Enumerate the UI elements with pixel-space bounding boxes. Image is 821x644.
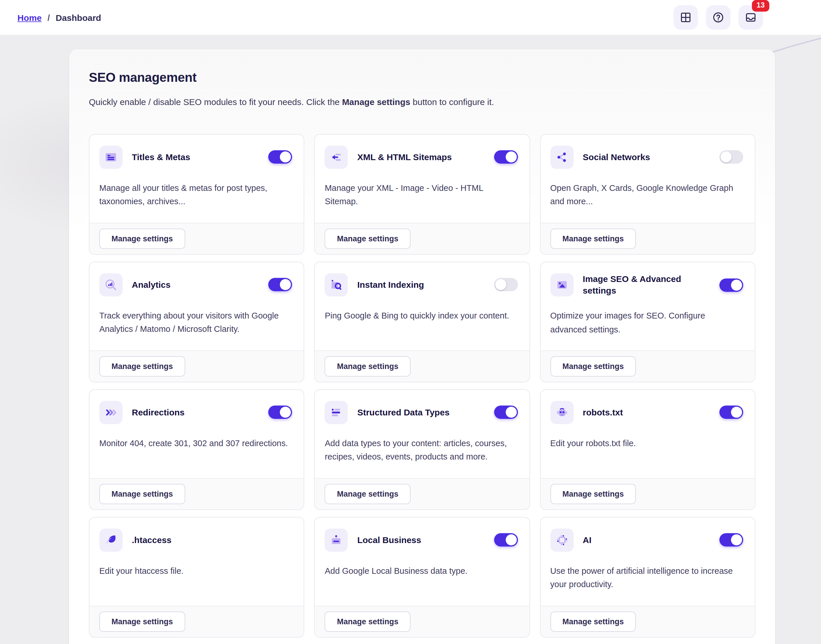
module-card-footer: Manage settings <box>540 478 755 509</box>
toggle-knob <box>506 535 517 546</box>
module-card-header: Titles & Metas <box>89 135 304 169</box>
module-icon-tile <box>325 273 348 296</box>
toggle-knob <box>280 407 291 418</box>
module-card-header: Analytics <box>89 262 304 296</box>
module-description: Add data types to your content: articles… <box>325 437 518 478</box>
ai-icon <box>555 533 569 547</box>
toggle-switch[interactable] <box>720 278 743 291</box>
apps-grid-icon <box>680 11 692 24</box>
module-title: robots.txt <box>583 406 710 418</box>
social-networks-icon <box>555 150 569 164</box>
module-card-footer: Manage settings <box>540 350 755 382</box>
module-card: Social Networks Open Graph, X Cards, Goo… <box>540 134 755 255</box>
seo-management-panel: SEO management Quickly enable / disable … <box>69 49 775 644</box>
inbox-button[interactable]: 13 <box>738 5 763 29</box>
module-title: Redirections <box>132 406 259 418</box>
module-description: Manage your XML - Image - Video - HTML S… <box>325 182 518 223</box>
htaccess-icon <box>104 533 118 547</box>
manage-settings-button[interactable]: Manage settings <box>99 228 185 249</box>
manage-settings-button[interactable]: Manage settings <box>325 484 411 504</box>
breadcrumb-separator: / <box>47 12 50 22</box>
module-card: AI Use the power of artificial intellige… <box>540 517 755 638</box>
module-icon-tile <box>550 529 573 552</box>
page-title: SEO management <box>89 70 755 85</box>
toggle-switch[interactable] <box>494 150 518 164</box>
module-description: Edit your htaccess file. <box>99 564 292 606</box>
module-title: Social Networks <box>583 151 710 163</box>
module-title: .htaccess <box>132 534 292 546</box>
toggle-switch[interactable] <box>494 278 518 291</box>
module-card-header: Instant Indexing <box>315 262 529 296</box>
image-seo-icon <box>555 278 569 292</box>
toggle-switch[interactable] <box>720 406 743 419</box>
toggle-knob <box>731 535 742 546</box>
toggle-knob <box>731 279 742 290</box>
manage-settings-button[interactable]: Manage settings <box>99 356 185 377</box>
module-card-header: Structured Data Types <box>315 390 529 424</box>
module-icon-tile <box>325 146 348 169</box>
module-card-footer: Manage settings <box>315 350 529 382</box>
module-card-footer: Manage settings <box>315 478 529 509</box>
module-card: Instant Indexing Ping Google & Bing to q… <box>314 262 530 382</box>
module-card-footer: Manage settings <box>540 606 755 637</box>
module-title: Titles & Metas <box>132 151 259 163</box>
toggle-knob <box>506 407 517 418</box>
breadcrumb-home-link[interactable]: Home <box>17 12 42 22</box>
module-card-header: robots.txt <box>540 390 755 424</box>
breadcrumb-current: Dashboard <box>56 12 101 22</box>
toggle-switch[interactable] <box>494 406 518 419</box>
redirections-icon <box>104 406 118 420</box>
module-card: XML & HTML Sitemaps Manage your XML - Im… <box>314 134 530 255</box>
local-business-icon <box>329 533 343 547</box>
module-icon-tile <box>550 273 573 296</box>
module-card-footer: Manage settings <box>315 606 529 637</box>
toggle-switch[interactable] <box>269 406 292 419</box>
apps-grid-button[interactable] <box>673 5 698 29</box>
help-button[interactable] <box>706 5 730 29</box>
module-card-footer: Manage settings <box>89 350 304 382</box>
module-icon-tile <box>325 529 348 552</box>
manage-settings-button[interactable]: Manage settings <box>325 612 411 632</box>
module-title: AI <box>583 534 710 546</box>
toggle-switch[interactable] <box>720 150 743 164</box>
module-card-header: Image SEO & Advanced settings <box>540 262 755 297</box>
toggle-switch[interactable] <box>720 534 743 547</box>
module-icon-tile <box>550 146 573 169</box>
module-description: Ping Google & Bing to quickly index your… <box>325 309 518 350</box>
module-title: Instant Indexing <box>357 279 485 291</box>
notification-badge: 13 <box>752 0 769 12</box>
module-description: Manage all your titles & metas for post … <box>99 182 292 223</box>
module-card-header: Redirections <box>89 390 304 424</box>
module-description: Edit your robots.txt file. <box>550 437 743 478</box>
manage-settings-button[interactable]: Manage settings <box>550 484 636 504</box>
manage-settings-button[interactable]: Manage settings <box>550 228 636 249</box>
manage-settings-button[interactable]: Manage settings <box>99 612 185 632</box>
module-card-header: XML & HTML Sitemaps <box>315 135 529 169</box>
toggle-knob <box>280 152 291 163</box>
toggle-switch[interactable] <box>494 534 518 547</box>
module-card: Image SEO & Advanced settings Optimize y… <box>540 262 755 382</box>
manage-settings-button[interactable]: Manage settings <box>325 356 411 377</box>
module-description: Add Google Local Business data type. <box>325 564 518 606</box>
robots-txt-icon <box>555 406 569 420</box>
manage-settings-button[interactable]: Manage settings <box>325 228 411 249</box>
module-card: .htaccess Edit your htaccess file. Manag… <box>89 517 304 638</box>
manage-settings-button[interactable]: Manage settings <box>550 356 636 377</box>
module-description: Track everything about your visitors wit… <box>99 309 292 350</box>
titles-metas-icon <box>104 150 118 164</box>
module-card-footer: Manage settings <box>89 223 304 254</box>
toggle-switch[interactable] <box>269 278 292 291</box>
module-card: Local Business Add Google Local Business… <box>314 517 530 638</box>
toggle-knob <box>731 407 742 418</box>
module-title: Structured Data Types <box>357 406 485 418</box>
module-card-header: Social Networks <box>540 135 755 169</box>
instant-indexing-icon <box>329 278 343 292</box>
manage-settings-button[interactable]: Manage settings <box>99 484 185 504</box>
toggle-switch[interactable] <box>269 150 292 164</box>
module-icon-tile <box>99 401 123 424</box>
toggle-knob <box>721 152 732 163</box>
module-description: Monitor 404, create 301, 302 and 307 red… <box>99 437 292 478</box>
manage-settings-button[interactable]: Manage settings <box>550 612 636 632</box>
analytics-icon <box>104 278 118 292</box>
inbox-icon <box>744 11 757 24</box>
